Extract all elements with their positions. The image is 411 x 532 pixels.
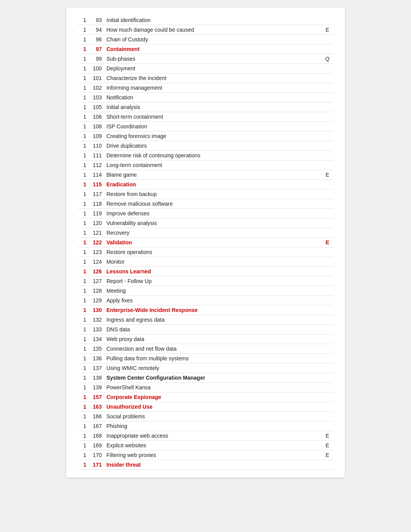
col-title: Deployment [104,64,322,73]
col-page: 101 [89,73,104,83]
col-num: 1 [78,257,89,267]
col-page: 105 [89,102,104,112]
table-row: 1110Drive duplicators [78,141,333,151]
table-row: 196Chain of Custody [78,35,333,44]
col-num: 1 [78,112,89,122]
col-page: 102 [89,83,104,93]
col-letter [322,228,333,238]
col-page: 110 [89,141,104,151]
table-row: 1132Ingress and egress data [78,315,333,325]
col-title: Improve defenses [104,209,322,218]
col-num: 1 [78,460,89,470]
col-title: Containment [104,44,322,54]
col-page: 171 [89,460,104,470]
col-letter [322,412,333,421]
col-title: Monitor [104,257,322,267]
col-num: 1 [78,421,89,431]
table-row: 1138System Center Configuration Manager [78,373,333,383]
table-row: 1127Report - Follow Up [78,276,333,286]
col-title: Inappropriate web access [104,431,322,441]
col-title: Corporate Espionage [104,392,322,402]
col-title: Creating forensics image [104,131,322,141]
col-letter: E [322,238,333,247]
col-letter [322,102,333,112]
col-page: 132 [89,315,104,325]
col-letter [322,35,333,44]
col-letter [322,383,333,392]
table-row: 194How much damage could be causedE [78,25,333,35]
table-row: 1169Explicit websitesE [78,441,333,450]
col-num: 1 [78,209,89,218]
col-title: Blame game [104,170,322,180]
table-row: 1128Meeting [78,286,333,296]
col-page: 106 [89,112,104,122]
col-page: 135 [89,344,104,354]
col-page: 134 [89,334,104,344]
toc-container: 193Initial identification194How much dam… [66,8,345,477]
col-page: 123 [89,247,104,257]
col-title: Restore from backup [104,189,322,199]
col-num: 1 [78,354,89,363]
col-letter [322,160,333,170]
col-num: 1 [78,64,89,73]
col-page: 157 [89,392,104,402]
col-page: 130 [89,305,104,315]
col-num: 1 [78,373,89,383]
col-letter: E [322,450,333,460]
col-num: 1 [78,218,89,228]
col-letter [322,325,333,334]
col-page: 136 [89,354,104,363]
col-page: 103 [89,93,104,102]
table-row: 193Initial identification [78,15,333,25]
col-letter: E [322,441,333,450]
table-row: 1109Creating forensics image [78,131,333,141]
col-letter [322,296,333,305]
col-page: 96 [89,35,104,44]
col-letter [322,189,333,199]
table-row: 1112Long-term containment [78,160,333,170]
col-title: Informing management [104,83,322,93]
table-row: 197Containment [78,44,333,54]
col-title: Chain of Custody [104,35,322,44]
col-title: ISP Coordination [104,122,322,131]
col-page: 122 [89,238,104,247]
col-page: 117 [89,189,104,199]
table-row: 1163Unauthorized Use [78,402,333,412]
col-num: 1 [78,122,89,131]
col-page: 119 [89,209,104,218]
table-row: 1120Vulnerability analysis [78,218,333,228]
table-row: 1119Improve defenses [78,209,333,218]
col-letter [322,141,333,151]
col-page: 118 [89,199,104,209]
col-page: 97 [89,44,104,54]
col-num: 1 [78,363,89,373]
col-num: 1 [78,83,89,93]
col-title: Connection and net flow data [104,344,322,354]
col-num: 1 [78,402,89,412]
col-letter: E [322,431,333,441]
col-title: Eradication [104,180,322,189]
col-title: PowerShell Kansa [104,383,322,392]
col-letter [322,354,333,363]
table-row: 1166Social problems [78,412,333,421]
col-letter [322,73,333,83]
col-letter [322,131,333,141]
col-page: 163 [89,402,104,412]
col-page: 137 [89,363,104,373]
col-title: Recovery [104,228,322,238]
col-num: 1 [78,392,89,402]
col-title: Insider threat [104,460,322,470]
col-num: 1 [78,73,89,83]
col-title: Meeting [104,286,322,296]
col-title: Vulnerability analysis [104,218,322,228]
col-page: 128 [89,286,104,296]
col-num: 1 [78,228,89,238]
col-title: Using WMIC remotely [104,363,322,373]
col-num: 1 [78,170,89,180]
col-title: Enterprise-Wide Incident Response [104,305,322,315]
table-row: 1123Restore operations [78,247,333,257]
col-num: 1 [78,25,89,35]
table-row: 1157Corporate Espionage [78,392,333,402]
col-page: 99 [89,54,104,64]
col-letter [322,421,333,431]
